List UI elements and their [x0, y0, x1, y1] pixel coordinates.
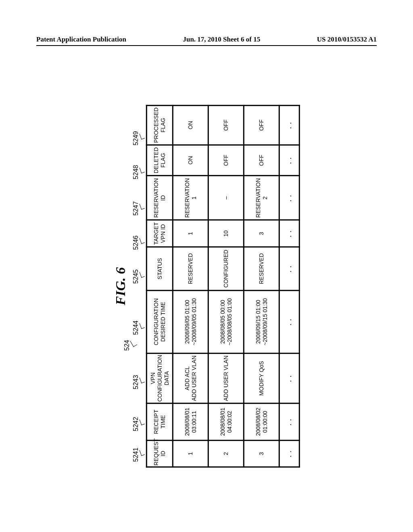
- callout-lead-icon: [140, 256, 145, 297]
- cell-reservation-id: RESERVATION2: [244, 176, 280, 220]
- figure-area: FIG. 6 524 5241 5242 5243 5244 5245 5246…: [0, 64, 413, 508]
- cell-deleted-flag: ON: [173, 145, 209, 176]
- callout-5247: 5247: [132, 187, 145, 230]
- callout-num: 5244: [132, 297, 140, 358]
- cell-processed-flag: ON: [173, 105, 209, 145]
- data-table: REQUESTID RECEIPTTIME VPNCONFIGURATIONDA…: [146, 105, 300, 468]
- header-right: US 2010/0153532 A1: [317, 35, 377, 44]
- cell-vpn-config: MODIFY QoS: [244, 353, 280, 403]
- col-header-config-time: CONFIGURATIONDESIRED TIME: [146, 290, 173, 353]
- cell-ellipsis: . .: [280, 353, 300, 403]
- page-header: Patent Application Publication Jun. 17, …: [0, 35, 413, 44]
- callout-5245: 5245: [132, 256, 145, 297]
- col-header-target-vpn: TARGETVPN ID: [146, 220, 173, 247]
- callout-lead-icon: [140, 187, 145, 230]
- cell-request-id: 1: [173, 440, 209, 467]
- cell-request-id: 2: [209, 440, 244, 467]
- callout-lead-icon: [140, 406, 145, 442]
- callout-num: 5241: [132, 442, 140, 468]
- col-header-request-id: REQUESTID: [146, 440, 173, 467]
- cell-config-time: 2008/08/05 00:00~2008/08/05 01:00: [209, 290, 244, 353]
- callout-num: 5245: [132, 256, 140, 297]
- col-header-status: STATUS: [146, 247, 173, 290]
- callout-5246: 5246: [132, 230, 145, 256]
- cell-target-vpn: 10: [209, 220, 244, 247]
- cell-ellipsis: . .: [280, 290, 300, 353]
- cell-ellipsis: . .: [280, 145, 300, 176]
- col-header-processed-flag: PROCESSEDFLAG: [146, 105, 173, 145]
- cell-receipt-time: 2008/08/0201:00:00: [244, 403, 280, 440]
- col-header-deleted-flag: DELETEDFLAG: [146, 145, 173, 176]
- header-center: Jun. 17, 2010 Sheet 6 of 15: [183, 35, 260, 44]
- cell-reservation-id: –: [209, 176, 244, 220]
- callout-5244: 5244: [132, 297, 145, 358]
- cell-reservation-id: RESERVATION1: [173, 176, 209, 220]
- cell-target-vpn: 1: [173, 220, 209, 247]
- cell-target-vpn: 3: [244, 220, 280, 247]
- callout-5248: 5248: [132, 157, 145, 187]
- cell-ellipsis: . .: [280, 403, 300, 440]
- col-header-receipt-time: RECEIPTTIME: [146, 403, 173, 440]
- cell-ellipsis: . .: [280, 105, 300, 145]
- table-row: 3 2008/08/0201:00:00 MODIFY QoS 2008/09/…: [244, 105, 280, 467]
- callout-lead-icon: [140, 297, 145, 358]
- figure-label: FIG. 6: [113, 105, 128, 468]
- col-header-vpn-config: VPNCONFIGURATIONDATA: [146, 353, 173, 403]
- cell-config-time: 2008/09/15 01:00~2008/09/15 01:30: [244, 290, 280, 353]
- table-row: 2 2008/08/0104:00:02 ADD USER VLAN 2008/…: [209, 105, 244, 467]
- table-wrap: 524 5241 5242 5243 5244 5245 5246 5247 5…: [132, 105, 300, 468]
- cell-config-time: 2008/09/05 01:00~2008/09/05 01:30: [173, 290, 209, 353]
- callout-lead-icon: [140, 157, 145, 187]
- cell-status: RESERVED: [173, 247, 209, 290]
- callout-num: 5248: [132, 157, 140, 187]
- header-left: Patent Application Publication: [36, 35, 126, 44]
- callout-num: 5242: [132, 406, 140, 442]
- callout-num: 5247: [132, 187, 140, 230]
- callout-5249: 5249: [132, 119, 145, 157]
- table-row: 1 2008/08/0103:00:11 ADD ACLADD USER VLA…: [173, 105, 209, 467]
- header-rule: [36, 45, 377, 46]
- callout-5241: 5241: [132, 442, 145, 468]
- col-header-reservation-id: RESERVATIONID: [146, 176, 173, 220]
- cell-ellipsis: . .: [280, 176, 300, 220]
- cell-processed-flag: OFF: [209, 105, 244, 145]
- callout-num: 5246: [132, 230, 140, 256]
- callout-lead-icon: [140, 442, 145, 468]
- callout-num: 524: [123, 340, 131, 351]
- cell-status: CONFIGURED: [209, 247, 244, 290]
- callout-num: 5243: [132, 358, 140, 406]
- cell-vpn-config: ADD USER VLAN: [209, 353, 244, 403]
- cell-ellipsis: . .: [280, 220, 300, 247]
- callout-lead-icon: [140, 358, 145, 406]
- callout-5243: 5243: [132, 358, 145, 406]
- column-callouts: 5241 5242 5243 5244 5245 5246 5247 5248 …: [132, 105, 145, 468]
- cell-ellipsis: . .: [280, 247, 300, 290]
- callout-lead-icon: [140, 230, 145, 256]
- cell-processed-flag: OFF: [244, 105, 280, 145]
- callout-5242: 5242: [132, 406, 145, 442]
- cell-receipt-time: 2008/08/0104:00:02: [209, 403, 244, 440]
- callout-num: 5249: [132, 119, 140, 157]
- callout-lead-icon: [140, 119, 145, 157]
- figure-rotated-container: FIG. 6 524 5241 5242 5243 5244 5245 5246…: [113, 105, 300, 468]
- cell-status: RESERVED: [244, 247, 280, 290]
- cell-request-id: 3: [244, 440, 280, 467]
- cell-ellipsis: . .: [280, 440, 300, 467]
- cell-deleted-flag: OFF: [244, 145, 280, 176]
- table-row-ellipsis: . . . . . . . . . . . . . . . . . .: [280, 105, 300, 467]
- cell-vpn-config: ADD ACLADD USER VLAN: [173, 353, 209, 403]
- table-header-row: REQUESTID RECEIPTTIME VPNCONFIGURATIONDA…: [146, 105, 173, 467]
- cell-deleted-flag: OFF: [209, 145, 244, 176]
- cell-receipt-time: 2008/08/0103:00:11: [173, 403, 209, 440]
